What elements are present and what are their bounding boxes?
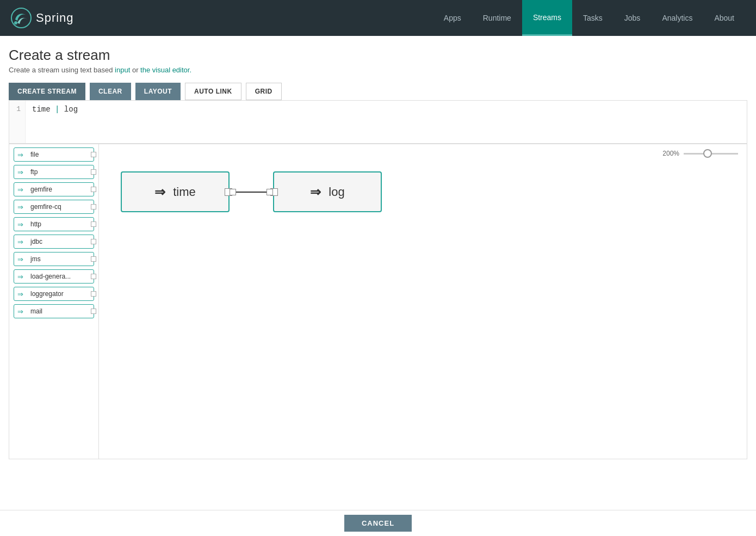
zoom-slider[interactable] [684, 153, 738, 155]
nav-analytics[interactable]: Analytics [651, 0, 703, 36]
sidebar-item-name-http: http [30, 220, 90, 228]
page-subtitle: Create a stream using text based input o… [9, 66, 747, 74]
sidebar-item-handle-http [91, 221, 96, 227]
sidebar-item-jms[interactable]: jms [14, 252, 94, 266]
subtitle-pre: Create a stream using text based [9, 66, 115, 74]
code-time: time [32, 105, 51, 114]
sidebar-item-name-mail: mail [30, 307, 90, 315]
log-node[interactable]: ⇒ log [273, 171, 382, 212]
zoom-label: 200% [662, 150, 679, 157]
source-icon-gemfire [17, 186, 27, 193]
sidebar-item-handle-jdbc [91, 239, 96, 244]
source-icon-jdbc [17, 238, 27, 245]
create-stream-button[interactable]: CREATE STREAM [9, 83, 85, 100]
line-number: 1 [9, 101, 26, 143]
sidebar-item-handle-loggregator [91, 291, 96, 297]
subtitle-mid: or [130, 66, 140, 74]
source-icon-loggregator [17, 290, 27, 298]
time-node-arrow-icon: ⇒ [154, 184, 165, 200]
source-icon-http [17, 220, 27, 228]
sidebar-item-name-file: file [30, 151, 90, 158]
nav-jobs[interactable]: Jobs [614, 0, 652, 36]
nav-tasks[interactable]: Tasks [572, 0, 614, 36]
sidebar-item-file[interactable]: file [14, 147, 94, 162]
brand: Spring [11, 8, 74, 28]
source-icon-file [17, 151, 27, 158]
sidebar-item-jdbc[interactable]: jdbc [14, 235, 94, 249]
sidebar-item-handle-jms [91, 256, 96, 262]
clear-button[interactable]: CLEAR [90, 83, 131, 100]
source-icon-mail [17, 307, 27, 315]
svg-point-0 [11, 8, 31, 28]
sidebar-item-load-genera[interactable]: load-genera... [14, 269, 94, 284]
sidebar-item-name-gemfire-cq: gemfire-cq [30, 203, 90, 211]
canvas-area[interactable]: 200% ⇒ time [99, 144, 747, 459]
sidebar-item-name-gemfire: gemfire [30, 186, 90, 193]
log-node-label: log [329, 185, 344, 199]
sidebar-item-loggregator[interactable]: loggregator [14, 287, 94, 301]
code-editor: 1 time | log [9, 100, 747, 144]
brand-name: Spring [36, 11, 74, 25]
source-icon-load-genera [17, 273, 27, 280]
sidebar-item-handle-file [91, 152, 96, 157]
source-icon-jms [17, 255, 27, 263]
workspace: file ftp gemfire gemfire-cq http [9, 144, 747, 459]
nav-runtime[interactable]: Runtime [472, 0, 522, 36]
sidebar-item-mail[interactable]: mail [14, 304, 94, 318]
connection-line [230, 191, 273, 193]
nav-about[interactable]: About [703, 0, 745, 36]
time-node[interactable]: ⇒ time [121, 171, 230, 212]
sidebar-item-name-loggregator: loggregator [30, 290, 90, 298]
sidebar-item-handle-load-genera [91, 274, 96, 279]
sidebar-item-gemfire-cq[interactable]: gemfire-cq [14, 200, 94, 214]
grid-button[interactable]: GRID [246, 83, 282, 100]
source-icon-ftp [17, 168, 27, 176]
sidebar-item-handle-gemfire [91, 187, 96, 192]
sidebar-item-http[interactable]: http [14, 217, 94, 231]
spring-logo-icon [11, 8, 32, 28]
sidebar-item-handle-ftp [91, 169, 96, 175]
time-node-label: time [173, 185, 196, 199]
main-nav: Apps Runtime Streams Tasks Jobs Analytic… [433, 0, 745, 36]
sidebar-item-gemfire[interactable]: gemfire [14, 182, 94, 196]
navbar: Spring Apps Runtime Streams Tasks Jobs A… [0, 0, 756, 36]
code-pipe: | [55, 105, 59, 114]
connection-left-dot [230, 189, 236, 195]
zoom-control: 200% [662, 150, 738, 157]
nav-apps[interactable]: Apps [433, 0, 472, 36]
nav-streams[interactable]: Streams [522, 0, 572, 36]
sidebar-item-name-ftp: ftp [30, 168, 90, 176]
svg-point-1 [14, 21, 17, 24]
main-content: Create a stream Create a stream using te… [0, 36, 756, 459]
sidebar-item-name-load-genera: load-genera... [30, 273, 90, 280]
layout-button[interactable]: LAYOUT [135, 83, 181, 100]
source-icon-gemfire-cq [17, 203, 27, 211]
stream-nodes: ⇒ time ⇒ log [121, 171, 382, 212]
connection-right-dot [267, 189, 273, 195]
log-node-arrow-icon: ⇒ [310, 184, 321, 200]
page-title: Create a stream [9, 47, 747, 64]
sidebar-item-handle-mail [91, 309, 96, 314]
sidebar-item-handle-gemfire-cq [91, 204, 96, 210]
auto-link-button[interactable]: AUTO LINK [185, 83, 241, 100]
subtitle-visual-link[interactable]: the visual editor. [140, 66, 191, 74]
sidebar-item-ftp[interactable]: ftp [14, 165, 94, 179]
toolbar: CREATE STREAM CLEAR LAYOUT AUTO LINK GRI… [9, 83, 747, 100]
code-content[interactable]: time | log [26, 101, 747, 143]
code-log: log [64, 105, 78, 114]
sidebar: file ftp gemfire gemfire-cq http [9, 144, 99, 459]
sidebar-item-name-jdbc: jdbc [30, 238, 90, 245]
sidebar-item-name-jms: jms [30, 255, 90, 263]
subtitle-input-link[interactable]: input [115, 66, 130, 74]
